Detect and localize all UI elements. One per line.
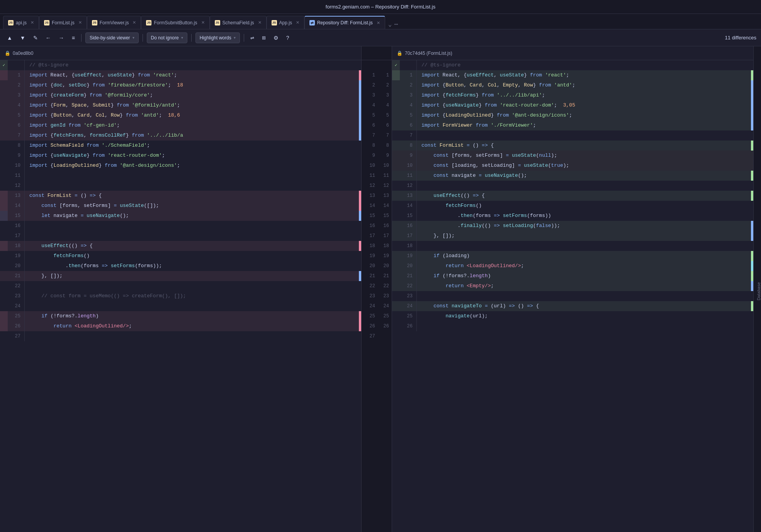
left-content-12 [25, 181, 361, 191]
right-content-15: .then(forms => setForms(forms)) [417, 211, 753, 221]
tab-close-formsubmit[interactable]: ✕ [201, 20, 205, 25]
right-marker-0: ✓ [392, 60, 400, 70]
left-ind-13 [359, 191, 361, 201]
right-marker-14 [392, 201, 400, 211]
left-line-14: 14 const [forms, setForms] = useState([]… [0, 201, 361, 211]
right-linenum-0 [400, 60, 417, 70]
left-linenum-14: 14 [8, 201, 25, 211]
left-content-2: import {doc, setDoc} from 'firebase/fire… [25, 80, 359, 90]
help-button[interactable]: ? [284, 33, 292, 42]
title-bar: forms2.geniam.com – Repository Diff: For… [0, 0, 761, 14]
left-ind-26 [359, 321, 361, 331]
right-ind-13 [751, 191, 753, 201]
tab-api[interactable]: JS api.js ✕ [3, 16, 39, 29]
list-button[interactable]: ≡ [70, 33, 77, 42]
right-code-area[interactable]: ✓ // @ts-ignore 1 import React, {useEffe… [392, 60, 753, 532]
right-line-13: 13 useEffect(() => { [392, 191, 753, 201]
left-lock-icon: 🔒 [5, 51, 10, 56]
center-line-0 [362, 60, 392, 70]
viewer-label: Side-by-side viewer [90, 35, 130, 41]
right-line-22: 22 return <Empty/>; [392, 281, 753, 291]
right-content-24: const navigateTo = (url) => () => { [417, 301, 751, 311]
viewer-dropdown[interactable]: Side-by-side viewer ▾ [85, 32, 139, 43]
right-content-20: return <LoadingOutlined/>; [417, 261, 751, 271]
left-linenum-21: 21 [8, 271, 25, 281]
left-line-5: 5 import {Button, Card, Col, Row} from '… [0, 110, 361, 120]
left-marker-24 [0, 301, 8, 311]
viewer-dropdown-arrow: ▾ [132, 36, 134, 40]
center-line-2: 2 2 [362, 80, 392, 90]
center-line-11: 11 11 [362, 171, 392, 181]
left-marker-7 [0, 130, 8, 141]
left-content-11 [25, 171, 361, 181]
right-line-9: 9 const [forms, setForms] = useState(nul… [392, 151, 753, 161]
right-content-23 [417, 291, 753, 301]
tab-formsubmit[interactable]: JS FormSubmitButton.js ✕ [141, 16, 209, 29]
tab-schemafield[interactable]: JS SchemaField.js ✕ [210, 16, 267, 29]
settings-button[interactable]: ⚙ [271, 33, 281, 42]
highlight-dropdown[interactable]: Highlight words ▾ [195, 32, 240, 43]
filter-button[interactable]: ⇌ [248, 34, 256, 42]
right-content-7 [417, 130, 753, 141]
left-linenum-20: 20 [8, 261, 25, 271]
center-line-19: 19 19 [362, 251, 392, 261]
right-line-21: 21 if (!forms?.length) [392, 271, 753, 281]
right-content-4: import {useNavigate} from 'react-router-… [417, 100, 751, 110]
left-code-area[interactable]: ✓ // @ts-ignore 1 import React, {useEffe… [0, 60, 361, 532]
right-content-21: if (!forms?.length) [417, 271, 751, 281]
ignore-dropdown[interactable]: Do not ignore ▾ [147, 32, 187, 43]
right-linenum-26: 26 [400, 321, 417, 331]
center-line-6: 6 6 [362, 120, 392, 130]
center-line-7: 7 7 [362, 130, 392, 141]
left-linenum-4: 4 [8, 100, 25, 110]
tab-formlist[interactable]: JS FormList.js ✕ [39, 16, 87, 29]
left-ind-21 [359, 271, 361, 281]
left-ind-4 [359, 100, 361, 110]
left-content-15: let navigate = useNavigate(); [25, 211, 359, 221]
tab-appjs[interactable]: JS App.js ✕ [267, 16, 304, 29]
left-pane-hash: 0a0ed8b0 [13, 51, 33, 56]
tab-label-formlist: FormList.js [52, 20, 75, 25]
left-ind-5 [359, 110, 361, 120]
right-marker-26 [392, 321, 400, 331]
center-line-14: 14 14 [362, 201, 392, 211]
forward-button[interactable]: → [56, 33, 66, 42]
tab-close-formlist[interactable]: ✕ [78, 20, 82, 25]
tab-overflow[interactable]: ⌄ ⋯ [385, 20, 401, 28]
left-ind-14 [359, 201, 361, 211]
center-line-17: 17 17 [362, 231, 392, 241]
tab-close-api[interactable]: ✕ [31, 20, 34, 25]
tab-formviewer[interactable]: JS FormViewer.js ✕ [87, 16, 141, 29]
columns-button[interactable]: ⊞ [260, 34, 268, 42]
right-ind-4 [751, 100, 753, 110]
right-linenum-19: 19 [400, 251, 417, 261]
right-linenum-1: 1 [400, 70, 417, 80]
right-line-16: 16 .finally(() => setLoading(false)); [392, 221, 753, 231]
edit-button[interactable]: ✎ [31, 33, 40, 42]
left-marker-27 [0, 331, 8, 341]
left-marker-16 [0, 221, 8, 231]
right-linenum-16: 16 [400, 221, 417, 231]
tab-repodiff[interactable]: ⇄ Repository Diff: FormList.js ✕ [304, 16, 385, 29]
left-content-14: const [forms, setForms] = useState([]); [25, 201, 359, 211]
tab-close-schemafield[interactable]: ✕ [258, 20, 262, 25]
navigate-up-button[interactable]: ▲ [5, 33, 15, 42]
left-line-9: 9 import {useNavigate} from 'react-route… [0, 151, 361, 161]
left-marker-8 [0, 141, 8, 151]
left-line-2: 2 import {doc, setDoc} from 'firebase/fi… [0, 80, 361, 90]
tab-close-repodiff[interactable]: ✕ [377, 20, 380, 25]
right-linenum-4: 4 [400, 100, 417, 110]
left-marker-6 [0, 120, 8, 130]
right-pane-header: 🔒 70c74d45 (FormList.js) [392, 46, 753, 60]
right-linenum-8: 8 [400, 141, 417, 151]
left-linenum-0 [8, 60, 25, 70]
right-content-8: const FormList = () => { [417, 141, 751, 151]
left-line-1: 1 import React, {useEffect, useState} fr… [0, 70, 361, 80]
back-button[interactable]: ← [43, 33, 53, 42]
right-line-18: 18 [392, 241, 753, 251]
tab-close-appjs[interactable]: ✕ [296, 20, 299, 25]
tab-close-formviewer[interactable]: ✕ [132, 20, 136, 25]
navigate-down-button[interactable]: ▼ [18, 33, 28, 42]
center-line-20: 20 20 [362, 261, 392, 271]
right-line-14: 14 fetchForms() [392, 201, 753, 211]
